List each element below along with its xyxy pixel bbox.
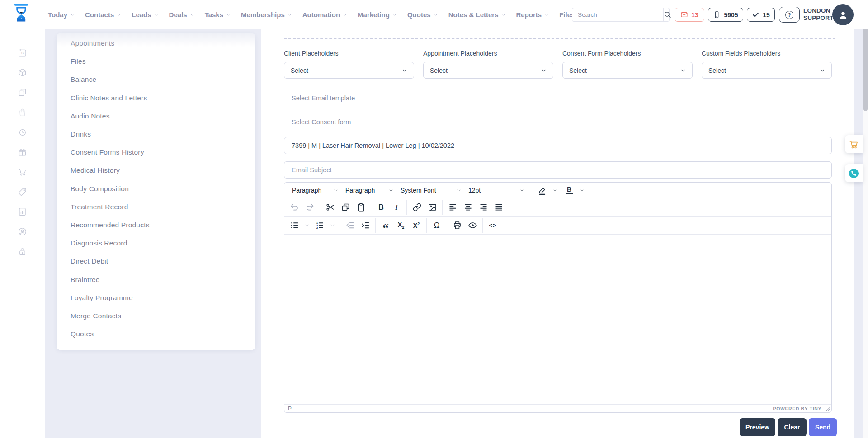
rail-report-button[interactable] [18, 207, 28, 217]
bold-button[interactable]: B [373, 200, 389, 215]
custom-fields-placeholders-select[interactable]: Select [702, 62, 832, 79]
special-character-button[interactable]: Ω [429, 218, 444, 233]
menu-item-recommended-products[interactable]: Recommended Products [57, 216, 255, 234]
phone-widget-button[interactable] [845, 164, 863, 182]
menu-item-braintree[interactable]: Braintree [57, 270, 255, 288]
highlight-color-menu-button[interactable] [550, 183, 560, 198]
app-logo[interactable] [11, 3, 32, 29]
numbered-list-menu-button[interactable] [327, 218, 337, 233]
paste-button[interactable] [353, 200, 368, 215]
superscript-button[interactable]: X2 [409, 218, 424, 233]
nav-item-contacts[interactable]: Contacts [85, 11, 121, 19]
menu-item-medical-history[interactable]: Medical History [57, 161, 255, 179]
search-button[interactable] [663, 8, 671, 21]
select-email-template-link[interactable]: Select Email template [292, 94, 355, 102]
styles-dropdown[interactable]: Paragraph [288, 184, 342, 197]
bullet-list-button[interactable] [287, 218, 302, 233]
clear-button[interactable]: Clear [778, 418, 807, 436]
highlight-color-button[interactable] [534, 183, 550, 198]
align-left-button[interactable] [445, 200, 460, 215]
menu-item-body-composition[interactable]: Body Composition [57, 180, 255, 198]
bullet-list-menu-button[interactable] [302, 218, 312, 233]
menu-item-treatment-record[interactable]: Treatment Record [57, 198, 255, 216]
menu-item-files[interactable]: Files [57, 52, 255, 71]
help-button[interactable]: ? [779, 7, 800, 23]
rail-copy-button[interactable] [18, 88, 28, 97]
tasks-badge[interactable]: 15 [747, 8, 775, 22]
outdent-button[interactable] [342, 218, 358, 233]
menu-item-drinks[interactable]: Drinks [57, 125, 255, 143]
rail-lock-button[interactable] [18, 247, 28, 256]
nav-item-reports[interactable]: Reports [516, 11, 549, 19]
insert-image-button[interactable] [425, 200, 440, 215]
menu-item-appointments[interactable]: Appointments [57, 34, 255, 52]
cut-button[interactable] [322, 200, 338, 215]
nav-item-notes-letters[interactable]: Notes & Letters [448, 11, 506, 19]
nav-item-quotes[interactable]: Quotes [407, 11, 438, 19]
select-consent-form-link[interactable]: Select Consent form [292, 118, 351, 126]
menu-item-balance[interactable]: Balance [57, 71, 255, 89]
messages-badge[interactable]: 13 [675, 8, 704, 22]
text-color-button[interactable]: B [561, 183, 577, 198]
undo-button[interactable] [287, 200, 302, 215]
nav-item-automation[interactable]: Automation [302, 11, 347, 19]
rail-gift-button[interactable] [18, 147, 28, 157]
menu-item-diagnosis-record[interactable]: Diagnosis Record [57, 234, 255, 252]
nav-item-memberships[interactable]: Memberships [241, 11, 292, 19]
resize-handle-icon[interactable] [825, 405, 830, 411]
align-center-button[interactable] [460, 200, 476, 215]
menu-item-direct-debit[interactable]: Direct Debit [57, 252, 255, 270]
nav-item-leads[interactable]: Leads [132, 11, 158, 19]
insert-link-button[interactable] [409, 200, 425, 215]
rail-bag-button[interactable] [18, 108, 28, 117]
menu-item-merge-contacts[interactable]: Merge Contacts [57, 307, 255, 325]
custom-fields-placeholders-label: Custom Fields Placeholders [702, 50, 780, 57]
numbered-list-button[interactable] [312, 218, 327, 233]
client-placeholders-select[interactable]: Select [284, 62, 414, 79]
consent-form-placeholders-select[interactable]: Select [562, 62, 693, 79]
email-subject-input[interactable] [284, 161, 832, 179]
preview-button[interactable]: Preview [740, 418, 775, 436]
print-button[interactable] [449, 218, 465, 233]
text-color-menu-button[interactable] [577, 183, 587, 198]
send-button[interactable]: Send [809, 418, 837, 436]
copy-button[interactable] [338, 200, 353, 215]
image-icon [428, 203, 437, 212]
element-path[interactable]: P [288, 405, 292, 412]
appointment-reference-input[interactable] [284, 137, 832, 154]
rail-tag-button[interactable] [18, 187, 28, 197]
nav-item-deals[interactable]: Deals [169, 11, 194, 19]
align-right-button[interactable] [476, 200, 491, 215]
editor-body[interactable] [284, 235, 831, 404]
bullet-list-icon [290, 221, 299, 230]
menu-item-loyalty-programme[interactable]: Loyalty Programme [57, 289, 255, 307]
rail-package-button[interactable] [18, 68, 28, 77]
appointment-placeholders-select[interactable]: Select [423, 62, 553, 79]
editor-preview-button[interactable] [465, 218, 480, 233]
menu-item-consent-forms-history[interactable]: Consent Forms History [57, 143, 255, 161]
italic-button[interactable]: I [389, 200, 404, 215]
search-input[interactable] [572, 8, 663, 21]
font-size-dropdown[interactable]: 12pt [465, 184, 528, 197]
nav-item-marketing[interactable]: Marketing [358, 11, 397, 19]
subscript-button[interactable]: X2 [393, 218, 409, 233]
rail-history-button[interactable] [18, 127, 28, 137]
menu-item-clinic-notes-letters[interactable]: Clinic Notes and Letters [57, 89, 255, 107]
rail-support-button[interactable] [18, 227, 28, 236]
rail-calendar-button[interactable]: 12 [18, 48, 28, 57]
rail-cart-button[interactable] [18, 167, 28, 177]
menu-item-quotes[interactable]: Quotes [57, 325, 255, 343]
align-justify-button[interactable] [491, 200, 506, 215]
source-code-button[interactable]: <> [485, 218, 500, 233]
indent-button[interactable] [358, 218, 373, 233]
avatar[interactable] [832, 4, 854, 25]
calls-badge[interactable]: 5905 [708, 8, 743, 22]
menu-item-audio-notes[interactable]: Audio Notes [57, 107, 255, 125]
nav-item-tasks[interactable]: Tasks [205, 11, 231, 19]
cart-widget-button[interactable] [845, 135, 863, 153]
nav-item-today[interactable]: Today [48, 11, 75, 19]
block-format-dropdown[interactable]: Paragraph [342, 184, 397, 197]
font-family-dropdown[interactable]: System Font [397, 184, 465, 197]
blockquote-button[interactable]: “ [378, 218, 393, 233]
redo-button[interactable] [302, 200, 317, 215]
